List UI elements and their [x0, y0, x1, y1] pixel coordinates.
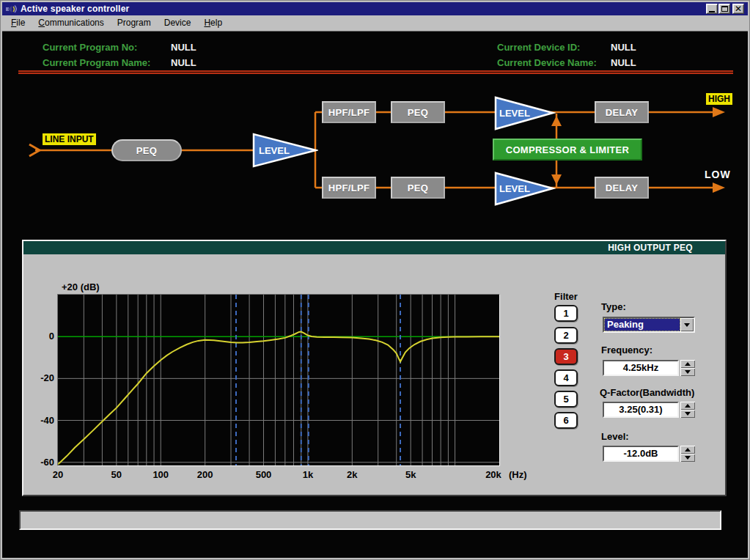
x-tick-label: 100 — [147, 469, 174, 480]
menu-item-help[interactable]: Help — [197, 16, 229, 30]
filter-group-label: Filter — [545, 291, 587, 302]
arrow-down-icon — [685, 370, 691, 374]
high-level-label: LEVEL — [499, 108, 530, 119]
device-name-value: NULL — [611, 57, 636, 68]
eq-response-curve — [58, 332, 499, 465]
low-delay-block[interactable]: DELAY — [595, 177, 649, 199]
type-label: Type: — [601, 301, 626, 312]
program-no-label: Current Program No: — [43, 42, 137, 53]
low-level-label: LEVEL — [499, 183, 530, 194]
y-axis-top-label: +20 (dB) — [62, 281, 100, 292]
compressor-limiter-block[interactable]: COMPRESSOR & LIMITER — [493, 139, 642, 161]
chevron-down-icon — [684, 323, 690, 327]
x-tick-label: 1k — [295, 469, 321, 480]
arrow-up-icon — [685, 404, 691, 408]
level-spinner — [680, 446, 695, 462]
high-output-arrow-icon — [713, 107, 725, 117]
type-selected-value: Peaking — [604, 318, 680, 331]
menu-item-device[interactable]: Device — [158, 16, 198, 30]
level-label: Level: — [601, 431, 629, 442]
menu-item-program[interactable]: Program — [111, 16, 158, 30]
input-level-label: LEVEL — [259, 145, 290, 156]
type-dropdown[interactable]: Peaking — [603, 317, 695, 333]
window-title: Active speaker controller — [21, 4, 129, 14]
x-axis-unit-label: (Hz) — [509, 469, 527, 480]
low-output-label[interactable]: LOW — [705, 169, 731, 180]
x-tick-label: 20k — [480, 469, 507, 480]
line-input-label: LINE INPUT — [43, 133, 96, 145]
app-icon — [5, 3, 17, 15]
x-tick-label: 50 — [103, 469, 130, 480]
frequency-field[interactable]: 4.25kHz — [603, 360, 679, 376]
q-spin-down-button[interactable] — [680, 410, 695, 418]
x-tick-label: 200 — [192, 469, 218, 480]
x-tick-label: 5k — [397, 469, 424, 480]
y-tick-label: -60 — [31, 457, 54, 468]
program-no-value: NULL — [171, 42, 196, 53]
frequency-spin-up-button[interactable] — [680, 360, 695, 368]
device-id-value: NULL — [611, 42, 636, 53]
q-factor-label: Q-Factor(Bandwidth) — [600, 387, 694, 398]
close-icon: ✕ — [735, 5, 742, 12]
device-name-label: Current Device Name: — [497, 57, 597, 68]
input-level-block[interactable]: LEVEL — [252, 133, 318, 168]
q-factor-spinner — [680, 402, 695, 418]
frequency-spinner — [680, 360, 695, 376]
app-window: Active speaker controller ✕ File Communi… — [0, 0, 750, 560]
input-peq-block[interactable]: PEQ — [111, 139, 182, 161]
filter-button-4[interactable]: 4 — [554, 369, 578, 386]
y-tick-label: 0 — [31, 331, 54, 342]
red-separator — [18, 70, 733, 74]
x-tick-label: 500 — [251, 469, 277, 480]
maximize-button[interactable] — [718, 4, 730, 14]
high-level-block[interactable]: LEVEL — [494, 96, 556, 130]
level-spin-up-button[interactable] — [680, 446, 695, 454]
minimize-button[interactable] — [706, 4, 718, 14]
arrow-down-icon — [685, 412, 691, 416]
low-level-block[interactable]: LEVEL — [494, 172, 556, 206]
high-hpf-lpf-block[interactable]: HPF/LPF — [322, 101, 376, 123]
status-bar — [19, 510, 721, 530]
filter-button-2[interactable]: 2 — [554, 327, 578, 344]
low-peq-block[interactable]: PEQ — [391, 177, 445, 199]
close-button[interactable]: ✕ — [732, 4, 744, 14]
low-hpf-lpf-block[interactable]: HPF/LPF — [322, 177, 376, 199]
filter-button-3[interactable]: 3 — [554, 348, 578, 365]
high-peq-block[interactable]: PEQ — [391, 101, 445, 123]
filter-button-6[interactable]: 6 — [554, 412, 578, 429]
maximize-icon — [721, 6, 728, 12]
arrow-up-icon — [685, 448, 691, 452]
y-tick-label: -40 — [31, 415, 54, 426]
high-output-label[interactable]: HIGH — [706, 93, 732, 105]
eq-plot-frame — [57, 294, 500, 466]
menu-item-communications[interactable]: Communications — [32, 16, 110, 30]
x-tick-label: 20 — [45, 469, 71, 480]
low-output-arrow-icon — [713, 183, 725, 193]
x-tick-label: 2k — [339, 469, 365, 480]
y-tick-label: -20 — [31, 372, 54, 383]
menubar: File Communications Program Device Help — [2, 15, 748, 32]
peq-panel-title: HIGH OUTPUT PEQ — [23, 241, 725, 254]
device-id-label: Current Device ID: — [497, 42, 580, 53]
dropdown-arrow-button[interactable] — [680, 318, 694, 331]
filter-button-1[interactable]: 1 — [554, 305, 578, 322]
high-delay-block[interactable]: DELAY — [595, 101, 649, 123]
q-spin-up-button[interactable] — [680, 402, 695, 410]
level-field[interactable]: -12.0dB — [603, 446, 679, 462]
frequency-spin-down-button[interactable] — [680, 368, 695, 376]
menu-item-file[interactable]: File — [4, 16, 32, 30]
titlebar: Active speaker controller ✕ — [2, 2, 748, 15]
program-name-value: NULL — [171, 57, 196, 68]
arrow-up-icon — [685, 362, 691, 366]
frequency-label: Frequency: — [601, 345, 652, 355]
level-spin-down-button[interactable] — [680, 454, 695, 462]
program-name-label: Current Program Name: — [43, 57, 150, 68]
eq-plot — [58, 295, 499, 465]
minimize-icon — [709, 11, 715, 12]
arrow-down-icon — [685, 456, 691, 460]
q-factor-field[interactable]: 3.25(0.31) — [603, 402, 679, 418]
filter-button-5[interactable]: 5 — [554, 391, 578, 408]
